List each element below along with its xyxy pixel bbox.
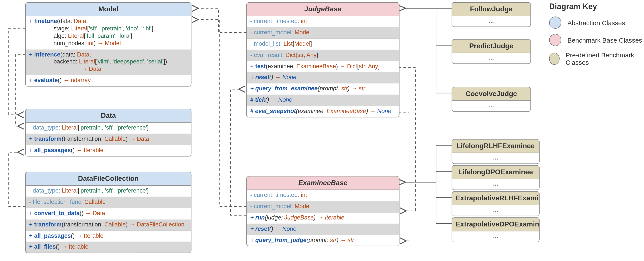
class-title: Data [26,109,191,123]
class-title: DataFileCollection [26,172,191,186]
class-member: + reset() → None [247,224,399,235]
legend-dot-pink [549,34,561,46]
class-title: LifelongRLHFExaminee [452,140,539,153]
class-title: LifelongDPOExaminee [452,166,539,179]
class-member: - data_type: Literal['pretrain', 'sft', … [26,186,191,197]
class-member: - current_model: Model [247,201,399,213]
class-member: + run(judge: JudgeBase) → Iterable [247,213,399,224]
class-member: + finetune(data: Data,stage: Literal['sf… [26,16,191,49]
class-member: + all_files() → Iterable [26,242,191,253]
class-LifelongDPOExaminee: LifelongDPOExaminee... [452,165,540,190]
class-member: - current_timestep: int [247,16,399,27]
class-PredictJudge: PredictJudge... [452,39,531,64]
class-member: - model_list: List[Model] [247,39,399,50]
class-ellipsis: ... [452,16,530,26]
class-member: + test(examinee: ExamineeBase) → Dict[st… [247,61,399,72]
class-member: + inference(data: Data,backend: Literal[… [26,49,191,75]
class-title: FollowJudge [452,2,530,16]
class-title: ExamineeBase [247,177,399,190]
class-ExtrapolativeRLHFExaminee: ExtrapolativeRLHFExaminee... [452,191,540,216]
legend-label: Pre-defined Benchmark Classes [566,51,644,66]
legend-dot-olive [549,53,560,65]
class-JudgeBase: JudgeBase- current_timestep: int- curren… [246,2,399,117]
class-title: CoevolveJudge [452,87,530,101]
class-ExtrapolativeDPOExaminee: ExtrapolativeDPOExaminee... [452,217,540,242]
class-ellipsis: ... [452,179,539,189]
class-member: - current_model: Model [247,27,399,39]
legend-label: Benchmark Base Classes [568,36,642,44]
class-ellipsis: ... [452,53,530,63]
class-title: ExtrapolativeRLHFExaminee [452,192,539,205]
class-member: - file_selection_func: Callable [26,197,191,208]
class-member: + query_from_judge(prompt: str) → str [247,235,399,246]
class-member: # tick() → None [247,95,399,106]
class-title: PredictJudge [452,39,530,53]
class-title: Model [26,2,191,16]
class-ellipsis: ... [452,231,539,242]
legend-item: Benchmark Base Classes [549,34,644,46]
class-member: + all_passages() → Iterable [26,145,191,156]
legend-dot-blue [549,16,561,29]
legend-label: Abstraction Classes [568,19,625,26]
class-LifelongRLHFExaminee: LifelongRLHFExaminee... [452,139,540,164]
legend-item: Pre-defined Benchmark Classes [549,51,644,66]
class-ellipsis: ... [452,101,530,111]
class-member: - data_type: Literal['pretrain', 'sft', … [26,123,191,134]
legend-item: Abstraction Classes [549,16,644,29]
class-FollowJudge: FollowJudge... [452,2,531,27]
class-Data: Data- data_type: Literal['pretrain', 'sf… [25,109,192,156]
class-member: + reset() → None [247,72,399,84]
class-title: JudgeBase [247,2,399,16]
class-DataFileCollection: DataFileCollection- data_type: Literal['… [25,172,192,253]
class-member: + query_from_examinee(prompt: str) → str [247,84,399,95]
class-title: ExtrapolativeDPOExaminee [452,218,539,231]
class-member: - current_timestep: int [247,190,399,201]
class-member: + transform(transformation: Callable) → … [26,134,191,145]
uml-canvas: Diagram Key Abstraction Classes Benchmar… [0,0,644,261]
class-member: + convert_to_data() → Data [26,208,191,220]
class-ellipsis: ... [452,205,539,215]
diagram-key: Diagram Key Abstraction Classes Benchmar… [549,2,644,71]
class-member: # eval_snapshot(examinee: ExamineeBase) … [247,106,399,117]
class-member: + evaluate() → ndarray [26,75,191,86]
class-ExamineeBase: ExamineeBase- current_timestep: int- cur… [246,176,399,246]
class-Model: Model+ finetune(data: Data,stage: Litera… [25,2,192,86]
class-ellipsis: ... [452,153,539,163]
class-member: + transform(transformation: Callable) → … [26,220,191,231]
class-CoevolveJudge: CoevolveJudge... [452,87,531,111]
legend-title: Diagram Key [549,2,644,11]
class-member: + all_passages() → Iterable [26,231,191,242]
class-member: - eval_result: Dict[str, Any] [247,50,399,61]
